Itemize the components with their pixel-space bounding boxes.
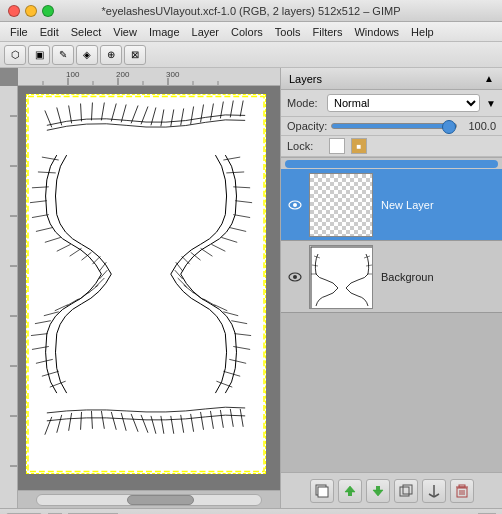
mode-select[interactable]: Normal: [327, 94, 480, 112]
opacity-value: 100.0: [461, 120, 496, 132]
toolbar-btn-4[interactable]: ◈: [76, 45, 98, 65]
main-area: 100 200 300: [0, 68, 502, 508]
layers-body: Mode: Normal ▼ Opacity: 100.0 Lock: ■: [281, 90, 502, 508]
svg-text:100: 100: [66, 70, 80, 79]
layer-item[interactable]: Backgroun: [281, 241, 502, 313]
layer-item[interactable]: New Layer: [281, 169, 502, 241]
layer-visibility-toggle[interactable]: [285, 271, 305, 283]
svg-point-116: [293, 275, 297, 279]
close-button[interactable]: [8, 5, 20, 17]
delete-layer-icon: [455, 484, 469, 498]
ruler-left: [0, 86, 18, 508]
layers-panel-title: Layers: [289, 73, 322, 85]
menu-image[interactable]: Image: [143, 24, 186, 40]
lock-alpha-icon: ■: [357, 142, 362, 151]
new-layer-button[interactable]: [310, 479, 334, 503]
layer-thumbnail: [309, 245, 373, 309]
duplicate-layer-button[interactable]: [394, 479, 418, 503]
window-title: *eyelashesUVlayout.xcf-1.0 (RGB, 2 layer…: [102, 5, 401, 17]
layers-opacity-row: Opacity: 100.0: [281, 117, 502, 136]
layers-scroll-track[interactable]: [285, 160, 498, 168]
svg-rect-131: [400, 487, 409, 496]
toolbar-btn-3[interactable]: ✎: [52, 45, 74, 65]
menu-colors[interactable]: Colors: [225, 24, 269, 40]
canvas-content[interactable]: [18, 86, 280, 490]
svg-rect-0: [18, 68, 280, 85]
anchor-layer-button[interactable]: [422, 479, 446, 503]
scrollbar-thumb[interactable]: [127, 495, 194, 505]
svg-rect-130: [376, 486, 380, 490]
toolbar-btn-1[interactable]: ⬡: [4, 45, 26, 65]
ruler-top: 100 200 300: [18, 68, 280, 86]
raise-layer-button[interactable]: [338, 479, 362, 503]
menu-layer[interactable]: Layer: [186, 24, 226, 40]
svg-rect-128: [348, 492, 352, 496]
mode-label: Mode:: [287, 97, 323, 109]
visibility-eye-icon: [287, 271, 303, 283]
layers-panel: Layers ▲ Mode: Normal ▼ Opacity: 100.0: [280, 68, 502, 508]
svg-rect-126: [318, 487, 328, 497]
layers-title-bar: Layers ▲: [281, 68, 502, 90]
minimize-button[interactable]: [25, 5, 37, 17]
layers-lock-row: Lock: ■: [281, 136, 502, 157]
opacity-slider[interactable]: [331, 123, 457, 129]
menu-windows[interactable]: Windows: [348, 24, 405, 40]
mode-dropdown-icon[interactable]: ▼: [486, 98, 496, 109]
zoom-button[interactable]: [42, 5, 54, 17]
checker-background: [310, 174, 372, 236]
layers-bottom-toolbar: [281, 472, 502, 508]
raise-layer-icon: [343, 484, 357, 498]
layers-panel-expand-icon[interactable]: ▲: [484, 73, 494, 84]
layers-mode-row: Mode: Normal ▼: [281, 90, 502, 117]
svg-rect-21: [27, 96, 265, 473]
menu-filters[interactable]: Filters: [307, 24, 349, 40]
svg-text:300: 300: [166, 70, 180, 79]
menu-select[interactable]: Select: [65, 24, 108, 40]
delete-layer-button[interactable]: [450, 479, 474, 503]
menu-tools[interactable]: Tools: [269, 24, 307, 40]
svg-rect-141: [459, 485, 465, 487]
layer-name: New Layer: [377, 199, 498, 211]
canvas-horizontal-scrollbar[interactable]: [18, 490, 280, 508]
lower-layer-icon: [371, 484, 385, 498]
menu-bar: File Edit Select View Image Layer Colors…: [0, 22, 502, 42]
traffic-lights: [8, 5, 54, 17]
toolbar-btn-6[interactable]: ⊠: [124, 45, 146, 65]
toolbar-btn-5[interactable]: ⊕: [100, 45, 122, 65]
svg-text:200: 200: [116, 70, 130, 79]
svg-marker-127: [345, 486, 355, 492]
opacity-label: Opacity:: [287, 120, 327, 132]
visibility-eye-icon: [287, 199, 303, 211]
scrollbar-track[interactable]: [36, 494, 262, 506]
anchor-layer-icon: [427, 484, 441, 498]
layer-visibility-toggle[interactable]: [285, 199, 305, 211]
svg-point-114: [293, 203, 297, 207]
new-layer-icon: [315, 484, 329, 498]
canvas-image: [26, 94, 266, 474]
toolbar-btn-2[interactable]: ▣: [28, 45, 50, 65]
layers-list: New Layer: [281, 169, 502, 472]
status-bar: px ▲ ▼ 100 % New Layer (16.6 MB) ↔: [0, 508, 502, 514]
svg-rect-12: [0, 86, 17, 508]
menu-help[interactable]: Help: [405, 24, 440, 40]
menu-file[interactable]: File: [4, 24, 34, 40]
menu-view[interactable]: View: [107, 24, 143, 40]
lock-label: Lock:: [287, 140, 323, 152]
menu-edit[interactable]: Edit: [34, 24, 65, 40]
layer-thumbnail-image: [310, 246, 373, 309]
toolbar: ⬡ ▣ ✎ ◈ ⊕ ⊠: [0, 42, 502, 68]
opacity-slider-thumb[interactable]: [442, 120, 456, 134]
canvas-wrapper: 100 200 300: [0, 68, 280, 508]
lock-alpha-checkbox[interactable]: ■: [351, 138, 367, 154]
title-bar: *eyelashesUVlayout.xcf-1.0 (RGB, 2 layer…: [0, 0, 502, 22]
layers-scrollbar[interactable]: [281, 157, 502, 169]
duplicate-layer-icon: [399, 484, 413, 498]
lower-layer-button[interactable]: [366, 479, 390, 503]
svg-rect-132: [403, 485, 412, 494]
layer-name: Backgroun: [377, 271, 498, 283]
layer-thumbnail: [309, 173, 373, 237]
svg-marker-129: [373, 490, 383, 496]
lock-pixels-checkbox[interactable]: [329, 138, 345, 154]
